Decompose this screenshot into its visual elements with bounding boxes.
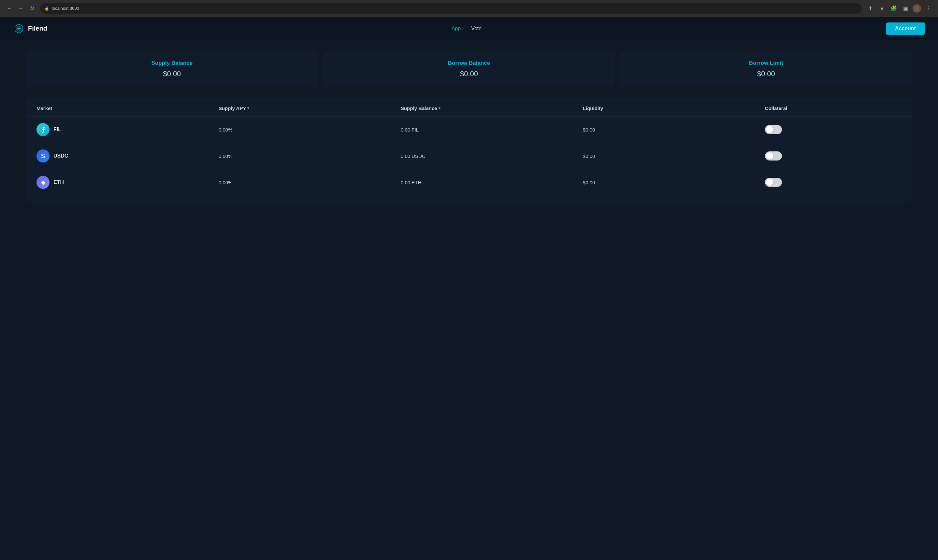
nav-links: App Vote — [452, 26, 482, 32]
logo-text: Filend — [28, 25, 47, 32]
reload-button[interactable]: ↻ — [27, 4, 37, 13]
table-row-usdc[interactable]: $ USDC 0.00% 0.00 USDC $0.00 — [26, 143, 912, 169]
market-cell-eth: ◆ ETH — [37, 176, 219, 189]
nav-link-app[interactable]: App — [452, 26, 461, 32]
borrow-balance-card: Borrow Balance $0.00 — [323, 51, 615, 87]
borrow-limit-card: Borrow Limit $0.00 — [620, 51, 912, 87]
eth-token-icon: ◆ — [37, 176, 49, 189]
fil-token-icon: ⨍ — [37, 123, 49, 136]
eth-collateral-toggle[interactable] — [765, 178, 901, 187]
address-bar[interactable]: 🔒 localhost:3000 — [40, 3, 862, 14]
supply-balance-title: Supply Balance — [151, 60, 193, 66]
fil-liquidity: $0.00 — [583, 127, 765, 132]
table-row-fil[interactable]: ⨍ FIL 0.00% 0.00 FIL $0.00 — [26, 117, 912, 143]
fil-collateral-toggle[interactable] — [765, 125, 901, 134]
summary-cards: Supply Balance $0.00 Borrow Balance $0.0… — [26, 51, 912, 87]
eth-supply-balance: 0.00 ETH — [401, 180, 583, 185]
usdc-supply-balance: 0.00 USDC — [401, 153, 583, 159]
main-content: Supply Balance $0.00 Borrow Balance $0.0… — [0, 40, 938, 214]
borrow-limit-title: Borrow Limit — [749, 60, 783, 66]
lock-icon: 🔒 — [44, 6, 49, 11]
sidebar-button[interactable]: ▣ — [901, 4, 910, 13]
borrow-balance-title: Borrow Balance — [448, 60, 490, 66]
supply-apy-sort-icon: ▾ — [247, 106, 249, 110]
logo-area[interactable]: Filend — [13, 23, 47, 34]
extensions-button[interactable]: 🧩 — [889, 4, 898, 13]
back-button[interactable]: ← — [5, 4, 14, 13]
market-cell-usdc: $ USDC — [37, 149, 219, 163]
eth-token-name: ETH — [53, 179, 64, 185]
header-supply-balance[interactable]: Supply Balance ▾ — [401, 106, 583, 111]
profile-avatar[interactable]: 👤 — [913, 4, 921, 13]
table-header: Market Supply APY ▾ Supply Balance ▾ Liq… — [26, 106, 912, 117]
browser-chrome: ← → ↻ 🔒 localhost:3000 ⬆ ★ 🧩 ▣ 👤 ⋮ — [0, 0, 938, 17]
supply-balance-sort-icon: ▾ — [438, 106, 441, 110]
supply-balance-card: Supply Balance $0.00 — [26, 51, 318, 87]
account-button[interactable]: Account — [886, 23, 925, 35]
menu-button[interactable]: ⋮ — [924, 4, 933, 13]
market-table: Market Supply APY ▾ Supply Balance ▾ Liq… — [26, 98, 912, 203]
usdc-supply-apy: 0.00% — [219, 153, 401, 159]
browser-nav-buttons: ← → ↻ — [5, 4, 37, 13]
fil-token-name: FIL — [53, 127, 61, 132]
url-text: localhost:3000 — [52, 6, 79, 11]
market-cell-fil: ⨍ FIL — [37, 123, 219, 136]
top-nav: Filend App Vote Account — [0, 17, 938, 40]
forward-button[interactable]: → — [16, 4, 25, 13]
header-liquidity: Liquidity — [583, 106, 765, 111]
borrow-balance-value: $0.00 — [460, 70, 478, 78]
borrow-limit-value: $0.00 — [757, 70, 775, 78]
usdc-liquidity: $0.00 — [583, 153, 765, 159]
header-supply-apy[interactable]: Supply APY ▾ — [219, 106, 401, 111]
header-collateral: Collateral — [765, 106, 901, 111]
eth-liquidity: $0.00 — [583, 180, 765, 185]
nav-link-vote[interactable]: Vote — [471, 26, 481, 32]
supply-balance-value: $0.00 — [163, 70, 181, 78]
browser-toolbar-right: ⬆ ★ 🧩 ▣ 👤 ⋮ — [865, 4, 933, 13]
share-button[interactable]: ⬆ — [865, 4, 875, 13]
fil-supply-balance: 0.00 FIL — [401, 127, 583, 132]
table-row-eth[interactable]: ◆ ETH 0.00% 0.00 ETH $0.00 — [26, 169, 912, 195]
fil-supply-apy: 0.00% — [219, 127, 401, 132]
usdc-token-name: USDC — [53, 153, 68, 159]
usdc-token-icon: $ — [37, 149, 49, 163]
bookmark-button[interactable]: ★ — [878, 4, 887, 13]
eth-supply-apy: 0.00% — [219, 180, 401, 185]
header-market: Market — [37, 106, 219, 111]
app-wrapper: Filend App Vote Account Supply Balance $… — [0, 17, 938, 560]
usdc-collateral-toggle[interactable] — [765, 151, 901, 160]
logo-icon — [13, 23, 25, 34]
